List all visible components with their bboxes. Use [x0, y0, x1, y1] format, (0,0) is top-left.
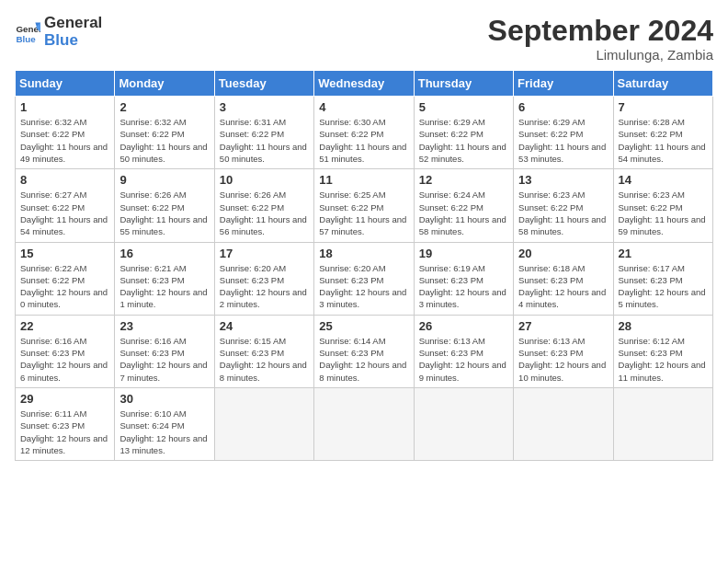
day-detail: Sunrise: 6:20 AMSunset: 6:23 PMDaylight:… [220, 262, 309, 311]
day-detail: Sunrise: 6:22 AMSunset: 6:22 PMDaylight:… [20, 262, 109, 311]
calendar-day-cell: 17Sunrise: 6:20 AMSunset: 6:23 PMDayligh… [214, 242, 313, 315]
day-number: 1 [20, 100, 109, 114]
day-number: 8 [20, 173, 109, 187]
day-number: 10 [220, 173, 309, 187]
day-number: 17 [220, 247, 309, 260]
calendar-day-cell: 10Sunrise: 6:26 AMSunset: 6:22 PMDayligh… [214, 169, 313, 242]
day-number: 21 [619, 247, 708, 260]
day-number: 6 [518, 100, 608, 114]
calendar-week-row: 22Sunrise: 6:16 AMSunset: 6:23 PMDayligh… [16, 315, 713, 387]
day-detail: Sunrise: 6:19 AMSunset: 6:23 PMDaylight:… [419, 262, 508, 311]
calendar-day-cell: 2Sunrise: 6:32 AMSunset: 6:22 PMDaylight… [115, 97, 214, 169]
calendar-day-cell [414, 387, 513, 460]
day-detail: Sunrise: 6:10 AMSunset: 6:24 PMDaylight:… [119, 408, 209, 456]
calendar-header-row: Sunday Monday Tuesday Wednesday Thursday… [16, 71, 713, 97]
calendar-day-cell: 6Sunrise: 6:29 AMSunset: 6:22 PMDaylight… [514, 97, 613, 169]
calendar-day-cell: 12Sunrise: 6:24 AMSunset: 6:22 PMDayligh… [414, 169, 513, 242]
calendar-day-cell: 26Sunrise: 6:13 AMSunset: 6:23 PMDayligh… [414, 315, 513, 387]
col-saturday: Saturday [613, 71, 712, 97]
day-number: 26 [419, 319, 508, 333]
day-detail: Sunrise: 6:28 AMSunset: 6:22 PMDaylight:… [619, 116, 708, 165]
calendar-day-cell: 20Sunrise: 6:18 AMSunset: 6:23 PMDayligh… [514, 242, 613, 315]
day-detail: Sunrise: 6:16 AMSunset: 6:23 PMDaylight:… [20, 335, 109, 384]
day-detail: Sunrise: 6:12 AMSunset: 6:23 PMDaylight:… [619, 335, 708, 384]
day-detail: Sunrise: 6:15 AMSunset: 6:23 PMDaylight:… [220, 335, 309, 384]
day-detail: Sunrise: 6:14 AMSunset: 6:23 PMDaylight:… [319, 335, 408, 384]
col-wednesday: Wednesday [314, 71, 414, 97]
day-detail: Sunrise: 6:16 AMSunset: 6:23 PMDaylight:… [119, 335, 209, 384]
calendar-day-cell: 7Sunrise: 6:28 AMSunset: 6:22 PMDaylight… [613, 97, 712, 169]
calendar-day-cell: 28Sunrise: 6:12 AMSunset: 6:23 PMDayligh… [613, 315, 712, 387]
day-number: 20 [518, 247, 608, 260]
day-number: 2 [119, 100, 209, 114]
calendar-day-cell [613, 387, 712, 460]
calendar-day-cell: 30Sunrise: 6:10 AMSunset: 6:24 PMDayligh… [115, 387, 214, 460]
col-sunday: Sunday [16, 71, 115, 97]
day-number: 25 [319, 319, 408, 333]
day-detail: Sunrise: 6:23 AMSunset: 6:22 PMDaylight:… [518, 189, 608, 237]
day-number: 7 [619, 100, 708, 114]
day-number: 27 [518, 319, 608, 333]
calendar-day-cell: 19Sunrise: 6:19 AMSunset: 6:23 PMDayligh… [414, 242, 513, 315]
day-detail: Sunrise: 6:18 AMSunset: 6:23 PMDaylight:… [518, 262, 608, 311]
day-number: 13 [518, 173, 608, 187]
day-detail: Sunrise: 6:13 AMSunset: 6:23 PMDaylight:… [518, 335, 608, 384]
day-detail: Sunrise: 6:13 AMSunset: 6:23 PMDaylight:… [419, 335, 508, 384]
logo-icon: General Blue [15, 19, 40, 45]
calendar-week-row: 29Sunrise: 6:11 AMSunset: 6:23 PMDayligh… [16, 387, 713, 460]
day-detail: Sunrise: 6:29 AMSunset: 6:22 PMDaylight:… [518, 116, 608, 165]
calendar-day-cell: 11Sunrise: 6:25 AMSunset: 6:22 PMDayligh… [314, 169, 414, 242]
day-detail: Sunrise: 6:11 AMSunset: 6:23 PMDaylight:… [20, 408, 109, 456]
calendar-day-cell [514, 387, 613, 460]
day-number: 24 [220, 319, 309, 333]
day-number: 16 [119, 247, 209, 260]
day-detail: Sunrise: 6:31 AMSunset: 6:22 PMDaylight:… [220, 116, 309, 165]
day-number: 9 [119, 173, 209, 187]
calendar-day-cell: 25Sunrise: 6:14 AMSunset: 6:23 PMDayligh… [314, 315, 414, 387]
calendar-day-cell: 29Sunrise: 6:11 AMSunset: 6:23 PMDayligh… [16, 387, 115, 460]
calendar-day-cell: 22Sunrise: 6:16 AMSunset: 6:23 PMDayligh… [16, 315, 115, 387]
col-thursday: Thursday [414, 71, 513, 97]
logo-general-text: General [44, 15, 102, 32]
calendar-day-cell: 1Sunrise: 6:32 AMSunset: 6:22 PMDaylight… [16, 97, 115, 169]
calendar-day-cell [314, 387, 414, 460]
day-number: 18 [319, 247, 408, 260]
day-detail: Sunrise: 6:20 AMSunset: 6:23 PMDaylight:… [319, 262, 408, 311]
day-detail: Sunrise: 6:23 AMSunset: 6:22 PMDaylight:… [619, 189, 708, 237]
calendar-day-cell: 27Sunrise: 6:13 AMSunset: 6:23 PMDayligh… [514, 315, 613, 387]
day-number: 12 [419, 173, 508, 187]
day-number: 23 [119, 319, 209, 333]
calendar-day-cell: 24Sunrise: 6:15 AMSunset: 6:23 PMDayligh… [214, 315, 313, 387]
month-year-title: September 2024 [488, 15, 713, 47]
day-detail: Sunrise: 6:21 AMSunset: 6:23 PMDaylight:… [119, 262, 209, 311]
calendar-day-cell: 18Sunrise: 6:20 AMSunset: 6:23 PMDayligh… [314, 242, 414, 315]
calendar-day-cell: 9Sunrise: 6:26 AMSunset: 6:22 PMDaylight… [115, 169, 214, 242]
calendar-week-row: 15Sunrise: 6:22 AMSunset: 6:22 PMDayligh… [16, 242, 713, 315]
day-detail: Sunrise: 6:26 AMSunset: 6:22 PMDaylight:… [220, 189, 309, 237]
location-subtitle: Limulunga, Zambia [488, 47, 713, 63]
calendar-table: Sunday Monday Tuesday Wednesday Thursday… [15, 70, 713, 461]
calendar-week-row: 1Sunrise: 6:32 AMSunset: 6:22 PMDaylight… [16, 97, 713, 169]
day-detail: Sunrise: 6:26 AMSunset: 6:22 PMDaylight:… [119, 189, 209, 237]
day-number: 28 [619, 319, 708, 333]
calendar-day-cell: 14Sunrise: 6:23 AMSunset: 6:22 PMDayligh… [613, 169, 712, 242]
day-number: 30 [119, 392, 209, 406]
day-number: 19 [419, 247, 508, 260]
col-tuesday: Tuesday [214, 71, 313, 97]
day-number: 3 [220, 100, 309, 114]
title-block: September 2024 Limulunga, Zambia [488, 15, 713, 63]
calendar-day-cell: 13Sunrise: 6:23 AMSunset: 6:22 PMDayligh… [514, 169, 613, 242]
logo-blue-text: Blue [44, 32, 102, 50]
calendar-day-cell: 3Sunrise: 6:31 AMSunset: 6:22 PMDaylight… [214, 97, 313, 169]
svg-text:Blue: Blue [16, 33, 36, 43]
col-friday: Friday [514, 71, 613, 97]
day-detail: Sunrise: 6:30 AMSunset: 6:22 PMDaylight:… [319, 116, 408, 165]
day-detail: Sunrise: 6:32 AMSunset: 6:22 PMDaylight:… [20, 116, 109, 165]
day-number: 5 [419, 100, 508, 114]
calendar-day-cell [214, 387, 313, 460]
calendar-week-row: 8Sunrise: 6:27 AMSunset: 6:22 PMDaylight… [16, 169, 713, 242]
day-detail: Sunrise: 6:27 AMSunset: 6:22 PMDaylight:… [20, 189, 109, 237]
calendar-day-cell: 21Sunrise: 6:17 AMSunset: 6:23 PMDayligh… [613, 242, 712, 315]
day-number: 15 [20, 247, 109, 260]
day-number: 11 [319, 173, 408, 187]
